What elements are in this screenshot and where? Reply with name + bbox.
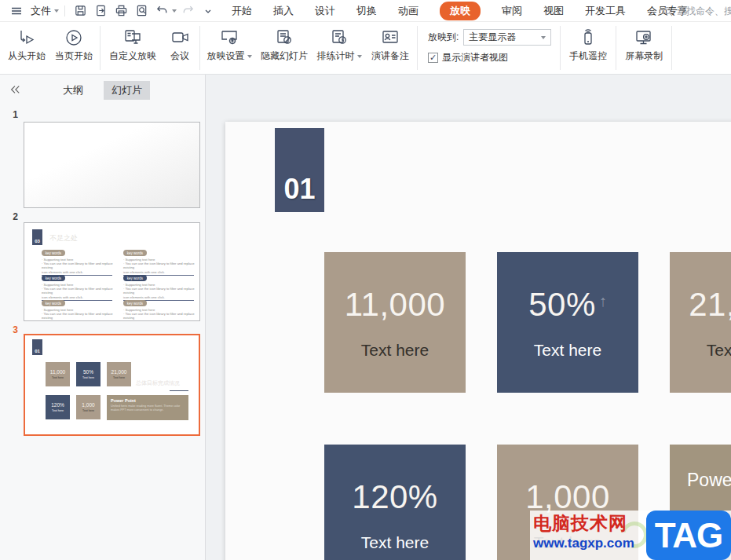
divider [417,26,418,70]
stat-box-50pct[interactable]: 50% ↑ Text here [497,252,638,393]
speaker-notes-icon [380,27,400,48]
rehearse-timing-icon [329,27,349,48]
show-settings-label: 放映设置 [207,49,245,63]
stat-caption: Text here [52,376,64,379]
rehearse-timing-button[interactable]: 排练计时 [313,22,366,63]
keywords-pill: key words [42,300,65,306]
tab-view[interactable]: 视图 [543,4,564,18]
keywords-group: key words · Supporting text here· You ca… [123,300,196,321]
display-select[interactable]: 主要显示器 [463,29,551,46]
hide-slide-button[interactable]: 隐藏幻灯片 [256,22,313,63]
file-menu-button[interactable]: 文件 [31,4,59,18]
stat-box-21000[interactable]: 21,000 Text here [670,252,731,393]
stat-caption: Text here [82,376,94,379]
tab-review[interactable]: 审阅 [502,4,522,18]
slide-thumbnail-2[interactable]: 03 不足之处 key words · Supporting text here… [24,222,200,321]
stat-value: 50% [83,369,93,375]
tab-outline[interactable]: 大纲 [55,81,91,100]
powerpoint-title: Power Point [111,398,185,403]
slide-number: 2 [0,208,24,321]
slide-thumbnail-1[interactable] [24,122,200,208]
custom-show-icon [122,27,143,48]
presenter-view-label: 显示演讲者视图 [442,51,508,64]
wps-presentation-window: 文件 [0,0,731,560]
custom-show-button[interactable]: 自定义放映 [103,22,163,63]
print-icon[interactable] [111,2,130,20]
mini-stat-box: 50% Text here [76,362,101,386]
from-beginning-button[interactable]: 从头开始 [3,22,50,63]
bullet-text: icon elements with one click. [123,270,196,274]
more-commands-icon[interactable] [199,2,217,20]
tab-animations[interactable]: 动画 [398,4,418,18]
tab-design[interactable]: 设计 [315,4,335,18]
slide-canvas-area: 01 11,000 Text here 50% ↑ Text here 21,0… [206,75,731,560]
slide-thumbnail-3-selected[interactable]: 01 11,000 Text here 50% Text here 21,000… [24,334,200,436]
section-number-badge[interactable]: 01 [275,128,324,212]
tab-transitions[interactable]: 切换 [356,4,377,18]
bullet-text: icon elements with one click. [42,270,114,274]
screen-record-button[interactable]: 屏幕录制 [619,22,669,63]
export-pdf-icon[interactable] [91,2,110,20]
slide-thumb-row-1: 1 [0,106,205,208]
collapse-panel-icon[interactable] [9,84,20,95]
stat-caption: Text here [534,341,601,360]
keywords-group: key words · Supporting text here· You ca… [42,250,114,276]
tab-developer[interactable]: 开发工具 [585,4,626,18]
keywords-pill: key words [42,250,65,256]
chevron-down-icon [54,9,59,13]
bullet-text: · You can use the icon library to filter… [123,262,196,269]
tab-insert[interactable]: 插入 [273,4,294,18]
hide-slide-icon [274,27,294,48]
undo-button[interactable] [152,2,177,20]
presenter-view-checkbox[interactable]: ✓ [428,53,438,63]
bullet-text: · You can use the icon library to filter… [123,312,196,320]
stat-box-120pct[interactable]: 120% Text here [324,445,466,560]
mini-section-badge: 01 [32,339,42,355]
stat-caption: Text here [361,341,429,360]
screen-record-icon [634,27,654,48]
phone-remote-button[interactable]: 手机遥控 [563,22,613,63]
stat-value: 1,000 [82,402,94,408]
panel-header: 大纲 幻灯片 [0,75,205,106]
print-preview-icon[interactable] [132,2,151,20]
stat-caption: Text here [707,341,731,360]
redo-icon[interactable] [178,2,197,20]
show-settings-button[interactable]: 放映设置 [203,22,256,63]
mini-stat-box: 21,000 Text here [107,362,131,386]
tab-home[interactable]: 开始 [232,4,252,18]
chevron-down-icon [541,36,546,39]
bullet-text: icon elements with one click. [123,295,196,299]
tab-slides[interactable]: 幻灯片 [104,81,150,100]
from-beginning-label: 从头开始 [8,49,46,63]
video-camera-icon [170,27,190,48]
menu-bar: 文件 [0,0,731,22]
stat-value: 120% [51,402,64,408]
divider [199,26,200,70]
mini-stat-box: 11,000 Text here [46,362,70,386]
search-command-box[interactable]: 查找命令、搜 [662,0,731,22]
mini-slide-title: 不足之处 [49,233,78,243]
stat-caption: Text here [52,409,64,412]
watermark-site-url: www.tagxp.com [533,536,634,551]
slide-number: 3 [0,321,24,436]
from-current-button[interactable]: 当页开始 [50,22,97,63]
mini-stat-box: 1,000 Text here [76,395,101,419]
up-arrow-icon: ↑ [599,292,607,310]
stat-value: 11,000 [50,369,65,375]
stat-value: 50% [528,286,596,324]
hamburger-menu-icon[interactable] [7,2,26,20]
stat-value: 21,000 [689,286,731,324]
meeting-button[interactable]: 会议 [163,22,197,63]
tag-logo: TAG [646,511,731,560]
tab-slideshow[interactable]: 放映 [440,2,481,20]
slide-editor[interactable]: 01 11,000 Text here 50% ↑ Text here 21,0… [225,122,731,560]
stat-box-11000[interactable]: 11,000 Text here [324,252,466,393]
undo-icon [152,2,171,20]
site-watermark: 电脑技术网 www.tagxp.com TAG [530,511,731,560]
mini-powerpoint-box: Power Point Unified fonts make reading m… [107,395,188,420]
phone-remote-icon [578,27,598,48]
speaker-notes-button[interactable]: 演讲备注 [366,22,415,63]
save-icon[interactable] [71,2,90,20]
show-settings-icon [219,27,239,48]
speaker-notes-label: 演讲备注 [371,49,409,63]
